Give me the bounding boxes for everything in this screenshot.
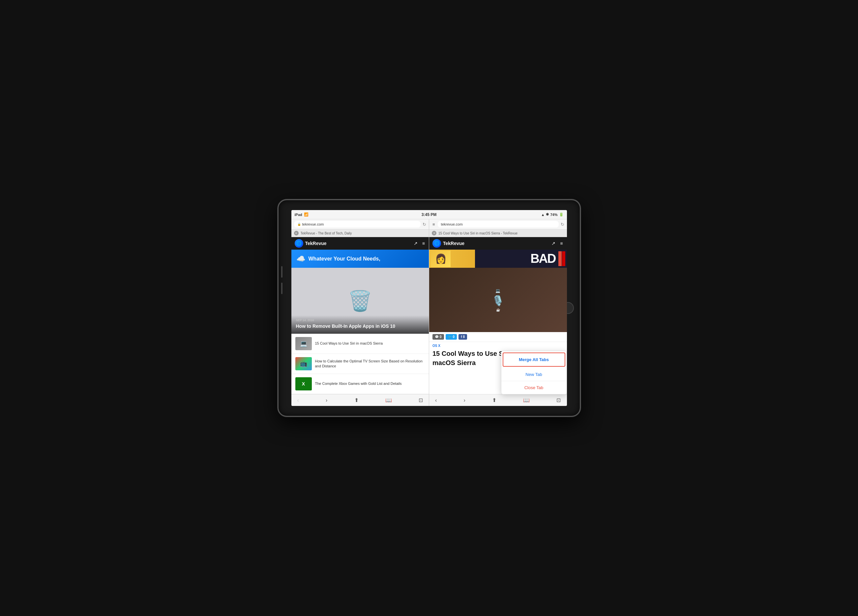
- right-url-text: tekrevue.com: [441, 222, 463, 226]
- right-tabs-button[interactable]: ⊡: [555, 397, 563, 404]
- left-globe-icon: 🌐: [295, 239, 303, 248]
- bad-logo-bar2: [562, 251, 565, 266]
- right-bookmarks-button[interactable]: 📖: [521, 397, 532, 404]
- trash-can-icon: 🗑️: [348, 289, 373, 313]
- battery-icon: 🔋: [559, 212, 564, 217]
- left-back-button[interactable]: ‹: [295, 397, 301, 404]
- right-nav-icons: ↗ ≡: [551, 240, 563, 247]
- os-category-label: OS X: [429, 342, 567, 348]
- bad-logo-text: BAD: [530, 252, 557, 266]
- cloud-ad-icon: ☁️: [296, 255, 305, 263]
- left-site-logo: 🌐 TekRevue: [295, 239, 410, 248]
- left-tabs-button[interactable]: ⊡: [417, 397, 425, 404]
- right-share-bottom-button[interactable]: ⬆: [490, 397, 498, 404]
- left-share-button[interactable]: ↗: [413, 240, 418, 247]
- status-right: ▲ ✱ 74% 🔋: [541, 212, 564, 217]
- hero-article[interactable]: 🗑️ SEP 14, 2016 How to Remove Built-In A…: [291, 268, 429, 334]
- left-nav-bar: 🌐 TekRevue ↗ ≡: [291, 237, 429, 250]
- status-bar: iPad 📶 3:45 PM ▲ ✱ 74% 🔋: [291, 210, 567, 219]
- list-item[interactable]: 💻 15 Cool Ways to Use Siri in macOS Sier…: [291, 334, 429, 354]
- left-nav-icons: ↗ ≡: [413, 240, 426, 247]
- volume-down-button[interactable]: [281, 283, 283, 294]
- left-menu-button[interactable]: ≡: [421, 240, 426, 247]
- left-url-bar-row: 🔒 tekrevue.com ↻: [291, 219, 429, 230]
- left-tab-title: TekRevue - The Best of Tech, Daily: [301, 232, 426, 235]
- left-url-bar[interactable]: 🔒 tekrevue.com: [294, 221, 421, 227]
- left-banner-ad: ☁️ Whatever Your Cloud Needs,: [291, 250, 429, 268]
- bad-logo-bar: [558, 251, 562, 266]
- left-reload-button[interactable]: ↻: [423, 222, 426, 227]
- right-url-bar[interactable]: tekrevue.com: [438, 221, 559, 227]
- article-thumb-xbox: X: [295, 377, 312, 390]
- right-hero-image: 💻 🎙️ ☕: [429, 268, 567, 332]
- right-nav-bar: 🌐 TekRevue ↗ ≡: [429, 237, 567, 250]
- social-share-row: 💬 0 🐦 0 f 8: [429, 332, 567, 342]
- right-browser-bottom: ‹ › ⬆ 📖 ⊡: [429, 394, 567, 406]
- merge-all-tabs-button[interactable]: Merge All Tabs: [503, 353, 565, 367]
- new-tab-button[interactable]: New Tab: [501, 368, 567, 381]
- clock: 3:45 PM: [421, 212, 437, 217]
- left-browser-pane: 🔒 tekrevue.com ↻ ✕ TekRevue - The Best o…: [291, 219, 429, 406]
- context-menu: Merge All Tabs New Tab Close Tab: [501, 351, 567, 394]
- right-reload-button[interactable]: ↻: [561, 222, 564, 227]
- right-site-logo: 🌐 TekRevue: [432, 239, 548, 248]
- right-menu-button[interactable]: ≡: [560, 240, 563, 247]
- device-model-label: iPad: [295, 213, 302, 217]
- browser-container: 🔒 tekrevue.com ↻ ✕ TekRevue - The Best o…: [291, 219, 567, 406]
- right-banner-ad: 👩 BAD: [429, 250, 567, 268]
- twitter-button[interactable]: 🐦 0: [446, 334, 457, 340]
- ipad-frame: iPad 📶 3:45 PM ▲ ✱ 74% 🔋 🔒 tekrevue.com: [278, 199, 581, 417]
- right-tab-close-button[interactable]: ✕: [432, 231, 437, 235]
- right-tab-title: 15 Cool Ways to Use Siri in macOS Sierra…: [438, 232, 564, 235]
- left-article-list: 💻 15 Cool Ways to Use Siri in macOS Sier…: [291, 334, 429, 394]
- left-tab-close-button[interactable]: ✕: [294, 231, 298, 235]
- banner-ad-text: Whatever Your Cloud Needs,: [309, 256, 380, 262]
- comment-button[interactable]: 💬 0: [432, 334, 444, 340]
- battery-percentage: 74%: [550, 213, 557, 217]
- person-image-placeholder: 👩: [435, 253, 447, 264]
- wifi-icon: 📶: [304, 212, 309, 217]
- ipad-screen: iPad 📶 3:45 PM ▲ ✱ 74% 🔋 🔒 tekrevue.com: [291, 210, 567, 406]
- location-icon: ▲: [541, 213, 545, 217]
- right-hamburger-button[interactable]: ≡: [432, 221, 436, 227]
- left-content-area[interactable]: ☁️ Whatever Your Cloud Needs, 🗑️ SEP 14,…: [291, 250, 429, 394]
- right-url-bar-row: ≡ tekrevue.com ↻: [429, 219, 567, 230]
- right-site-name: TekRevue: [443, 241, 465, 246]
- bluetooth-icon: ✱: [546, 212, 549, 217]
- right-browser-pane: ≡ tekrevue.com ↻ ✕ 15 Cool Ways to Use S…: [429, 219, 567, 406]
- article-text: 15 Cool Ways to Use Siri in macOS Sierra: [315, 341, 383, 346]
- right-forward-button[interactable]: ›: [462, 397, 468, 404]
- facebook-button[interactable]: f 8: [459, 334, 467, 340]
- left-url-text: tekrevue.com: [302, 222, 324, 226]
- hero-overlay: SEP 14, 2016 How to Remove Built-In Appl…: [291, 315, 429, 334]
- laptop-siri-image: 💻 🎙️ ☕: [492, 289, 504, 312]
- list-item[interactable]: 📺 How to Calculate the Optimal TV Screen…: [291, 354, 429, 374]
- article-thumb-tv: 📺: [295, 357, 312, 370]
- lock-icon: 🔒: [297, 222, 301, 226]
- article-thumb-siri: 💻: [295, 337, 312, 350]
- left-site-name: TekRevue: [305, 241, 326, 246]
- left-share-bottom-button[interactable]: ⬆: [352, 397, 361, 404]
- left-bookmarks-button[interactable]: 📖: [383, 397, 394, 404]
- hero-date: SEP 14, 2016: [296, 319, 424, 322]
- right-tab-row: ✕ 15 Cool Ways to Use Siri in macOS Sier…: [429, 230, 567, 237]
- hero-title: How to Remove Built-In Apple Apps in iOS…: [296, 323, 424, 329]
- right-globe-icon: 🌐: [432, 239, 441, 248]
- article-text: How to Calculate the Optimal TV Screen S…: [315, 359, 425, 369]
- right-share-button[interactable]: ↗: [551, 240, 556, 247]
- left-forward-button[interactable]: ›: [324, 397, 329, 404]
- list-item[interactable]: X The Complete Xbox Games with Gold List…: [291, 374, 429, 394]
- left-tab-row: ✕ TekRevue - The Best of Tech, Daily: [291, 230, 429, 237]
- status-left: iPad 📶: [295, 212, 309, 217]
- left-browser-bottom: ‹ › ⬆ 📖 ⊡: [291, 394, 429, 406]
- volume-up-button[interactable]: [281, 266, 283, 278]
- article-text: The Complete Xbox Games with Gold List a…: [315, 381, 402, 386]
- right-back-button[interactable]: ‹: [433, 397, 439, 404]
- close-tab-button[interactable]: Close Tab: [501, 381, 567, 394]
